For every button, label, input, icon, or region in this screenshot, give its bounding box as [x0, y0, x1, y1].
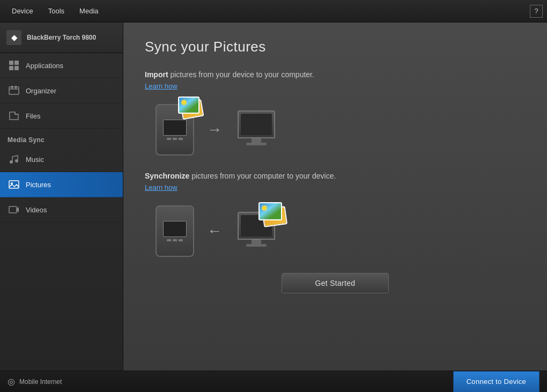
monitor-screen-inner — [241, 114, 272, 135]
sync-section: Synchronize pictures from your computer … — [145, 172, 526, 257]
media-sync-header: Media Sync — [0, 129, 123, 147]
sync-monitor-stand — [252, 240, 261, 244]
import-section: Import pictures from your device to your… — [145, 70, 526, 156]
sync-desc: Synchronize pictures from your computer … — [145, 172, 526, 180]
monitor-base — [246, 143, 267, 145]
sync-diagram: ← — [145, 205, 526, 257]
svg-rect-12 — [9, 206, 17, 213]
music-label: Music — [26, 156, 44, 164]
photo-card-front — [178, 97, 199, 114]
import-learn-how[interactable]: Learn how — [145, 82, 178, 90]
svg-rect-7 — [15, 86, 17, 88]
sidebar-item-files[interactable]: Files — [0, 103, 123, 129]
help-button[interactable]: ? — [530, 5, 543, 18]
svg-point-8 — [10, 160, 13, 164]
import-diagram: → — [145, 104, 526, 156]
sidebar-item-applications[interactable]: Applications — [0, 53, 123, 78]
svg-point-9 — [15, 159, 18, 162]
content-area: Sync your Pictures Import pictures from … — [123, 23, 547, 371]
device-icon: ◆ — [6, 30, 21, 45]
sync-text: pictures from your computer to your devi… — [189, 172, 336, 180]
monitor-screen — [238, 110, 275, 138]
svg-rect-2 — [9, 66, 13, 70]
sync-arrow: ← — [207, 223, 222, 240]
music-icon — [8, 153, 20, 166]
mobile-internet-label: Mobile Internet — [19, 378, 62, 386]
pictures-icon — [8, 178, 20, 191]
sidebar-item-videos[interactable]: Videos — [0, 197, 123, 223]
connect-to-device-button[interactable]: Connect to Device — [453, 371, 539, 393]
monitor-stand — [252, 138, 261, 143]
svg-rect-0 — [9, 61, 13, 65]
main-layout: ◆ BlackBerry Torch 9800 Applications — [0, 23, 547, 371]
svg-rect-1 — [14, 61, 19, 65]
videos-label: Videos — [26, 206, 47, 214]
sync-monitor-base — [246, 244, 267, 247]
get-started-button[interactable]: Get Started — [282, 273, 389, 293]
sidebar-device[interactable]: ◆ BlackBerry Torch 9800 — [0, 23, 123, 53]
organizer-label: Organizer — [26, 87, 56, 95]
sidebar: ◆ BlackBerry Torch 9800 Applications — [0, 23, 123, 371]
organizer-icon — [8, 84, 20, 97]
files-label: Files — [26, 112, 40, 120]
sync-bold: Synchronize — [145, 172, 189, 180]
import-bold: Import — [145, 70, 168, 79]
monitor-photo-sun — [262, 205, 267, 211]
files-icon — [8, 109, 20, 122]
sync-learn-how[interactable]: Learn how — [145, 183, 178, 191]
applications-icon — [8, 59, 20, 72]
import-text: pictures from your device to your comput… — [168, 70, 314, 79]
monitor-icon — [235, 110, 278, 149]
menu-tools[interactable]: Tools — [41, 4, 72, 18]
phone-keys — [167, 138, 183, 140]
applications-label: Applications — [26, 62, 63, 70]
svg-rect-6 — [11, 86, 13, 88]
menu-device[interactable]: Device — [4, 4, 41, 18]
import-desc: Import pictures from your device to your… — [145, 70, 526, 79]
sync-phone — [156, 205, 194, 257]
sidebar-item-pictures[interactable]: Pictures — [0, 172, 123, 197]
blackberry-logo: ◆ — [11, 33, 17, 42]
phone-photo-stack — [178, 97, 205, 120]
svg-rect-3 — [14, 66, 19, 70]
svg-rect-10 — [9, 181, 19, 188]
videos-icon — [8, 203, 20, 216]
pictures-label: Pictures — [26, 181, 51, 189]
phone-with-photos — [156, 104, 194, 156]
statusbar: ◎ Mobile Internet Connect to Device — [0, 371, 547, 392]
monitor-photo-front — [258, 202, 282, 220]
menu-media[interactable]: Media — [72, 4, 106, 18]
import-arrow: → — [207, 121, 222, 138]
monitor-photo-stack — [258, 202, 289, 228]
sync-phone-keys — [167, 239, 183, 241]
statusbar-left: ◎ Mobile Internet — [8, 376, 62, 387]
menubar: Device Tools Media ? — [0, 0, 547, 23]
wifi-icon: ◎ — [8, 376, 15, 387]
sidebar-item-organizer[interactable]: Organizer — [0, 78, 123, 103]
sync-phone-icon — [156, 205, 194, 257]
statusbar-right: Connect to Device — [453, 371, 539, 393]
page-title: Sync your Pictures — [145, 39, 526, 55]
svg-rect-4 — [9, 87, 19, 94]
sync-phone-screen — [163, 221, 187, 237]
device-name: BlackBerry Torch 9800 — [27, 34, 96, 41]
sidebar-item-music[interactable]: Music — [0, 147, 123, 172]
monitor-with-photos — [235, 212, 278, 250]
phone-screen — [163, 120, 187, 136]
photo-sun — [181, 100, 187, 105]
